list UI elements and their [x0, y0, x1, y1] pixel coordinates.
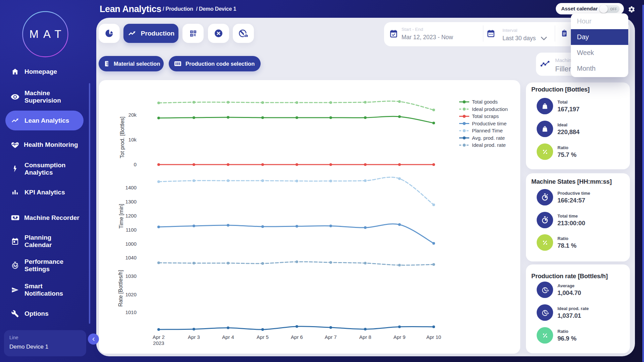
svg-text:Apr 2: Apr 2: [153, 334, 165, 340]
svg-text:Time [min]: Time [min]: [118, 204, 124, 229]
svg-text:1100: 1100: [126, 227, 137, 233]
svg-text:Apr 8: Apr 8: [359, 334, 371, 340]
svg-text:2023: 2023: [153, 340, 164, 346]
svg-text:Ideal production: Ideal production: [472, 106, 508, 112]
svg-text:Total scraps: Total scraps: [472, 113, 499, 119]
svg-text:1000: 1000: [125, 241, 137, 247]
svg-text:1030: 1030: [125, 273, 137, 279]
svg-text:Apr 3: Apr 3: [188, 334, 200, 340]
svg-text:Apr 5: Apr 5: [257, 334, 269, 340]
svg-text:Ideal prod. rate: Ideal prod. rate: [472, 142, 506, 148]
svg-text:Apr 7: Apr 7: [325, 334, 337, 340]
svg-text:1040: 1040: [125, 255, 137, 260]
svg-text:Rate [Bottles/h]: Rate [Bottles/h]: [118, 270, 123, 306]
svg-text:20k: 20k: [128, 112, 137, 118]
svg-text:1010: 1010: [125, 309, 137, 315]
svg-text:0: 0: [134, 162, 137, 167]
svg-text:1020: 1020: [125, 292, 137, 297]
svg-text:Apr 6: Apr 6: [291, 334, 303, 340]
svg-text:1300: 1300: [125, 199, 137, 204]
svg-text:1200: 1200: [125, 213, 137, 219]
svg-text:Total goods: Total goods: [472, 99, 498, 105]
svg-text:10k: 10k: [128, 137, 137, 142]
svg-text:Apr 4: Apr 4: [222, 334, 234, 340]
svg-text:Avg. prod. rate: Avg. prod. rate: [472, 135, 505, 141]
svg-text:Apr 9: Apr 9: [393, 334, 406, 340]
svg-text:1400: 1400: [125, 185, 137, 190]
svg-text:Planned Time: Planned Time: [472, 128, 503, 133]
svg-text:Productive time: Productive time: [472, 121, 506, 126]
svg-text:Apr 10: Apr 10: [426, 334, 441, 340]
svg-text:Tot prod. [Bottles]: Tot prod. [Bottles]: [119, 117, 125, 159]
